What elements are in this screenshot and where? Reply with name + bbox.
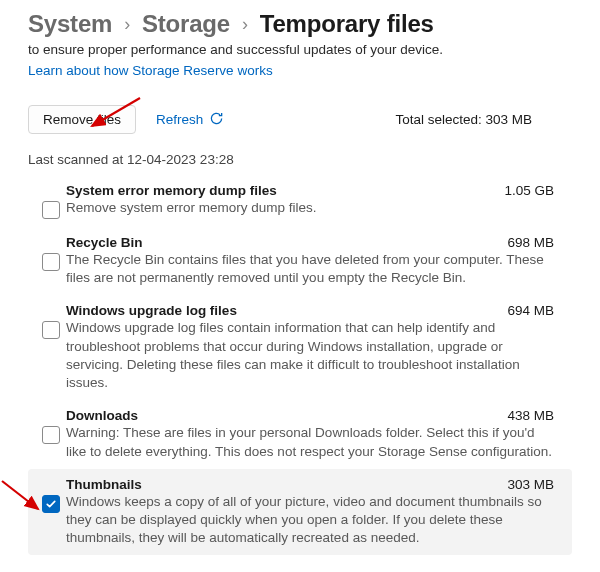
item-checkbox[interactable] xyxy=(42,426,60,444)
breadcrumb: System › Storage › Temporary files xyxy=(28,10,572,38)
item-size: 1.05 GB xyxy=(504,183,554,198)
item-description: Windows keeps a copy of all of your pict… xyxy=(66,493,554,548)
chevron-right-icon: › xyxy=(242,14,248,35)
item-checkbox[interactable] xyxy=(42,201,60,219)
learn-storage-reserve-link[interactable]: Learn about how Storage Reserve works xyxy=(28,63,273,78)
item-size: 303 MB xyxy=(507,477,554,492)
breadcrumb-temporary-files: Temporary files xyxy=(260,10,434,38)
item-title: Thumbnails xyxy=(66,477,142,492)
remove-files-button[interactable]: Remove files xyxy=(28,105,136,134)
item-size: 698 MB xyxy=(507,235,554,250)
item-size: 694 MB xyxy=(507,303,554,318)
breadcrumb-storage[interactable]: Storage xyxy=(142,10,230,38)
item-checkbox[interactable] xyxy=(42,495,60,513)
item-description: Windows upgrade log files contain inform… xyxy=(66,319,554,392)
refresh-label: Refresh xyxy=(156,112,203,127)
storage-item: System error memory dump files1.05 GBRem… xyxy=(28,175,572,227)
item-description: Remove system error memory dump files. xyxy=(66,199,554,217)
action-row: Remove files Refresh Total selected: 303… xyxy=(28,105,572,134)
item-checkbox[interactable] xyxy=(42,253,60,271)
truncated-description: to ensure proper performance and success… xyxy=(28,42,572,57)
storage-item: Windows upgrade log files694 MBWindows u… xyxy=(28,295,572,400)
chevron-right-icon: › xyxy=(124,14,130,35)
item-title: System error memory dump files xyxy=(66,183,277,198)
storage-item: Recycle Bin698 MBThe Recycle Bin contain… xyxy=(28,227,572,295)
last-scanned-label: Last scanned at 12-04-2023 23:28 xyxy=(28,152,572,167)
storage-item: Downloads438 MBWarning: These are files … xyxy=(28,400,572,468)
item-title: Downloads xyxy=(66,408,138,423)
item-size: 438 MB xyxy=(507,408,554,423)
item-description: Warning: These are files in your persona… xyxy=(66,424,554,460)
storage-item: Thumbnails303 MBWindows keeps a copy of … xyxy=(28,469,572,556)
breadcrumb-system[interactable]: System xyxy=(28,10,112,38)
refresh-button[interactable]: Refresh xyxy=(156,111,224,129)
item-title: Recycle Bin xyxy=(66,235,143,250)
item-checkbox[interactable] xyxy=(42,321,60,339)
item-description: The Recycle Bin contains files that you … xyxy=(66,251,554,287)
item-title: Windows upgrade log files xyxy=(66,303,237,318)
total-selected-label: Total selected: 303 MB xyxy=(395,112,532,127)
refresh-icon xyxy=(209,111,224,129)
